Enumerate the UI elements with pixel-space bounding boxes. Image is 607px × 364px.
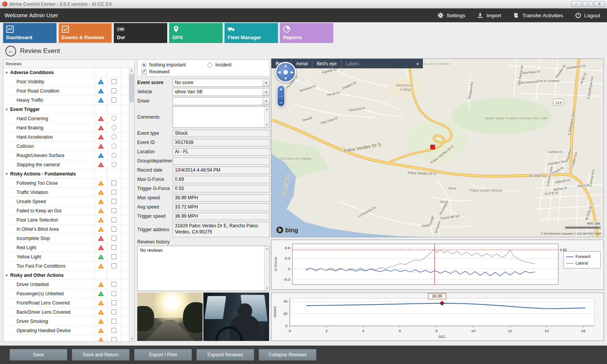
scroll-up-icon[interactable]: ▲ (266, 247, 268, 250)
tree-item-checkbox[interactable] (111, 300, 116, 305)
scroll-down-icon[interactable]: ▼ (266, 287, 268, 290)
tree-item-poor-lane-selection[interactable]: Poor Lane Selection! (3, 215, 129, 225)
tree-item-front-road-lens-covered[interactable]: Front/Road Lens Covered! (3, 298, 129, 308)
tree-item-poor-road-condition[interactable]: Poor Road Condition! (3, 86, 129, 96)
pan-center-knob[interactable] (283, 69, 289, 75)
tree-item-checkbox[interactable] (111, 291, 116, 296)
tree-item-item[interactable]: ! (3, 335, 129, 341)
map-mode-aerial[interactable]: Aerial (292, 59, 313, 68)
tree-item-checkbox[interactable] (111, 98, 116, 103)
tree-item-in-other-s-blind-area[interactable]: In Other's Blind Area! (3, 225, 129, 234)
max-speed-field[interactable]: 38.99 MPH (173, 194, 270, 202)
tree-item-hard-cornering[interactable]: Hard Cornering! (3, 114, 129, 123)
tree-item-radio[interactable] (111, 144, 116, 149)
tree-item-checkbox[interactable] (111, 254, 116, 259)
tab-dashboard[interactable]: Dashboard (3, 23, 57, 43)
reviews-history-scrollbar[interactable]: ▲▼ (264, 246, 269, 291)
tree-item-radio[interactable] (111, 153, 116, 158)
group-department-field[interactable] (173, 157, 270, 165)
classification-radio[interactable] (208, 63, 213, 68)
scroll-down-icon[interactable]: ▼ (130, 338, 133, 340)
pan-right-icon[interactable]: ▶ (291, 70, 294, 74)
tree-group-adverse-conditions[interactable]: ▾Adverse Conditions (3, 68, 129, 77)
pan-up-icon[interactable]: ▲ (284, 64, 288, 68)
cabin-camera-video[interactable] (203, 293, 269, 341)
zoom-in-button[interactable]: + (279, 87, 283, 92)
tree-item-checkbox[interactable] (111, 236, 116, 241)
tree-item-checkbox[interactable] (111, 208, 116, 213)
tree-item-hard-braking[interactable]: Hard Braking! (3, 123, 129, 132)
transfer-activities-action[interactable]: Transfer Activities (513, 12, 563, 19)
tree-item-rough-uneven-surface[interactable]: Rough/Uneven Surface! (3, 151, 129, 160)
chevron-down-icon[interactable]: ▼ (263, 98, 269, 105)
tab-fleet-manager[interactable]: Fleet Manager (225, 23, 278, 43)
record-date-field[interactable]: 10/4/2014 4:48:54 PM (173, 167, 270, 174)
event-id-field[interactable]: X017639 (173, 139, 270, 146)
tab-events-reviews[interactable]: Events & Reviews (58, 23, 112, 43)
trigger-g-force-field[interactable]: 0.55 (173, 185, 270, 192)
map-mode-bird-s-eye[interactable]: Bird's eye (313, 59, 341, 68)
tree-item-driver-unbelted[interactable]: Driver Unbelted! (3, 280, 129, 289)
map-pan-control[interactable]: ▲ ▼ ◀ ▶ (275, 62, 296, 83)
tree-item-checkbox[interactable] (111, 319, 116, 324)
reviews-tree-scroll-thumb[interactable] (130, 74, 134, 102)
reviews-history-list[interactable]: No reviews ▲▼ (137, 246, 270, 291)
event-type-field[interactable]: Shock (173, 130, 270, 137)
tab-dvr[interactable]: Dvr (114, 23, 167, 43)
tree-expand-icon[interactable]: ▾ (6, 172, 8, 176)
scroll-down-icon[interactable]: ▼ (266, 124, 268, 126)
tree-item-checkbox[interactable] (111, 180, 116, 185)
map-bar-collapse-button[interactable]: « (412, 61, 423, 66)
tree-item-checkbox[interactable] (111, 282, 116, 287)
tree-item-checkbox[interactable] (111, 190, 116, 195)
chevron-down-icon[interactable]: ▼ (263, 79, 269, 86)
tree-item-checkbox[interactable] (111, 309, 116, 314)
tree-item-radio[interactable] (111, 162, 116, 167)
tree-item-checkbox[interactable] (111, 79, 116, 84)
zoom-out-button[interactable]: − (279, 100, 283, 105)
tree-expand-icon[interactable]: ▾ (6, 108, 8, 111)
tree-item-heavy-traffic[interactable]: Heavy Traffic! (3, 96, 129, 105)
classification-checkbox[interactable] (141, 69, 146, 74)
tree-item-radio[interactable] (111, 116, 116, 121)
tree-item-checkbox[interactable] (111, 328, 116, 333)
event-score-dropdown[interactable]: No score▼ (173, 79, 270, 87)
trigger-address-field[interactable]: 31828 Palos Verdes Dr E, Rancho Palos Ve… (173, 222, 270, 237)
driver-dropdown[interactable]: ▼ (173, 97, 270, 105)
tree-item-failed-to-keep-an-out[interactable]: Failed to Keep an Out! (3, 206, 129, 215)
save-and-return-button[interactable]: Save and Return (72, 349, 130, 361)
map-mode-labels[interactable]: Labels (341, 59, 364, 68)
tree-item-traffic-violation[interactable]: Traffic Violation! (3, 188, 129, 197)
comments-textarea[interactable]: ▲▼ (173, 106, 270, 128)
tree-item-following-too-close[interactable]: Following Too Close! (3, 179, 129, 188)
tab-reports[interactable]: Reports (280, 23, 333, 43)
import-action[interactable]: Import (477, 12, 501, 19)
tree-item-checkbox[interactable] (111, 263, 116, 268)
event-location-marker[interactable] (431, 145, 435, 149)
map[interactable]: 213 EAST RANCHO PALOS VERDESMarymountCol… (271, 58, 604, 237)
save-button[interactable]: Save (10, 349, 67, 361)
tree-item-checkbox[interactable] (111, 88, 116, 93)
tree-item-hard-acceleration[interactable]: Hard Acceleration! (3, 132, 129, 142)
tree-item-red-light[interactable]: Red Light! (3, 243, 129, 252)
tree-item-checkbox[interactable] (111, 245, 116, 250)
map-canvas[interactable]: 213 EAST RANCHO PALOS VERDESMarymountCol… (271, 59, 604, 237)
speed-cursor-marker[interactable] (440, 301, 444, 305)
minimize-button[interactable]: — (571, 1, 582, 7)
collapse-reviews-button[interactable]: Collapse Reviews (259, 349, 316, 361)
tree-item-checkbox[interactable] (111, 217, 116, 222)
tree-item-checkbox[interactable] (111, 199, 116, 204)
chevron-down-icon[interactable]: ▼ (263, 88, 269, 96)
scroll-up-icon[interactable]: ▲ (130, 69, 133, 72)
tree-item-yellow-light[interactable]: Yellow Light! (3, 252, 129, 261)
settings-action[interactable]: Settings (437, 12, 466, 19)
classification-reviewed[interactable]: Reviewed (141, 69, 170, 74)
scroll-up-icon[interactable]: ▲ (266, 108, 268, 111)
classification-radio[interactable] (141, 63, 146, 68)
tree-group-risky-and-other-actions[interactable]: ▾Risky and Other Actions (3, 271, 129, 280)
textarea-scrollbar[interactable]: ▲▼ (264, 107, 269, 127)
pan-down-icon[interactable]: ▼ (284, 77, 288, 81)
location-field[interactable]: Al - FL (173, 148, 270, 156)
tree-group-event-trigger[interactable]: ▾Event Trigger (3, 105, 129, 114)
tree-item-slapping-the-camera[interactable]: Slapping the camera!! (3, 160, 129, 169)
